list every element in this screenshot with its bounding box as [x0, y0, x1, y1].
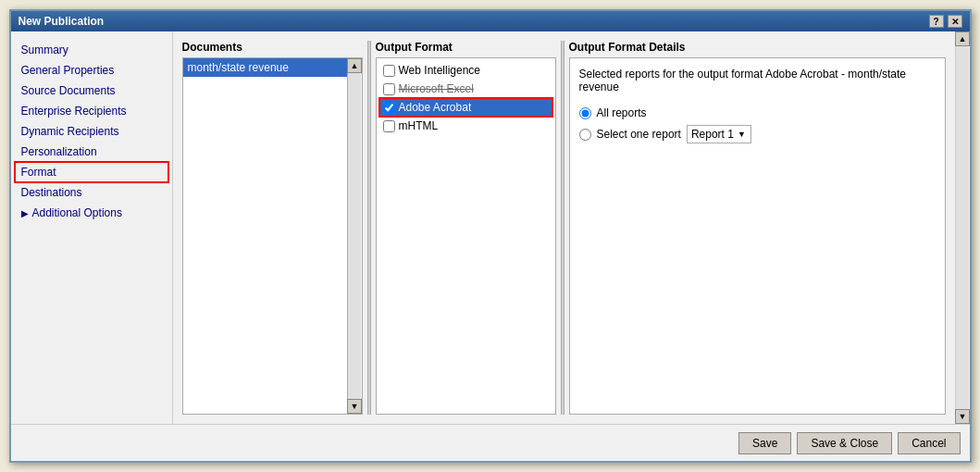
output-format-details-box: Selected reports for the output format A… [569, 57, 946, 415]
sidebar-item-additional-options[interactable]: ▶Additional Options [16, 204, 167, 222]
radio-row-all-reports: All reports [579, 106, 936, 119]
scroll-up-btn[interactable]: ▲ [347, 58, 362, 73]
dialog-title: New Publication [19, 15, 105, 28]
format-label-adobe-acrobat: Adobe Acrobat [399, 101, 472, 114]
report-dropdown[interactable]: Report 1 ▼ [687, 125, 751, 143]
format-checkbox-mhtml[interactable] [383, 120, 395, 132]
radio-label-select-one: Select one report [597, 128, 681, 141]
sidebar: SummaryGeneral PropertiesSource Document… [11, 31, 173, 424]
dialog-titlebar: New Publication ? ✕ [11, 11, 970, 31]
sidebar-item-format[interactable]: Format [16, 163, 167, 181]
panels-row: Documents month/state revenue ▲ ▼ [182, 41, 946, 415]
output-format-details-description: Selected reports for the output format A… [579, 68, 936, 93]
sidebar-item-summary[interactable]: Summary [16, 41, 167, 59]
arrow-icon: ▶ [21, 208, 29, 218]
sidebar-item-personalization[interactable]: Personalization [16, 143, 167, 161]
output-format-list: Web Intelligence Microsoft Excel Adobe A… [376, 57, 556, 415]
report-dropdown-value: Report 1 [691, 128, 734, 141]
right-scroll-down[interactable]: ▼ [955, 409, 970, 424]
sidebar-item-destinations[interactable]: Destinations [16, 183, 167, 202]
format-label-web-intelligence: Web Intelligence [399, 64, 481, 77]
cancel-button[interactable]: Cancel [898, 432, 960, 454]
format-checkbox-adobe-acrobat[interactable] [383, 102, 395, 114]
new-publication-dialog: New Publication ? ✕ SummaryGeneral Prope… [9, 9, 972, 463]
sidebar-item-general-properties[interactable]: General Properties [16, 61, 167, 80]
documents-panel-label: Documents [182, 41, 363, 54]
scroll-track [348, 73, 361, 399]
format-checkbox-web-intelligence[interactable] [383, 65, 395, 77]
radio-row-select-one: Select one report Report 1 ▼ [579, 125, 936, 143]
divider-1 [367, 41, 371, 415]
radio-label-all-reports: All reports [597, 106, 647, 119]
sidebar-item-enterprise-recipients[interactable]: Enterprise Recipients [16, 102, 167, 120]
divider-2 [561, 41, 564, 415]
format-checkbox-microsoft-excel[interactable] [383, 83, 395, 95]
save-button[interactable]: Save [738, 432, 791, 454]
sidebar-item-dynamic-recipients[interactable]: Dynamic Recipients [16, 122, 167, 141]
close-button[interactable]: ✕ [948, 15, 962, 28]
scroll-down-btn[interactable]: ▼ [347, 399, 362, 414]
documents-panel: Documents month/state revenue ▲ ▼ [182, 41, 363, 415]
radio-all-reports[interactable] [579, 107, 591, 119]
sidebar-item-source-documents[interactable]: Source Documents [16, 81, 167, 100]
documents-scrollbar: ▲ ▼ [347, 58, 362, 414]
titlebar-controls: ? ✕ [929, 15, 962, 28]
right-scrollbar: ▲ ▼ [955, 31, 970, 424]
radio-select-one-report[interactable] [579, 129, 591, 141]
format-item-web-intelligence[interactable]: Web Intelligence [380, 62, 552, 79]
document-item-month-state-revenue[interactable]: month/state revenue [183, 58, 362, 77]
dialog-body: SummaryGeneral PropertiesSource Document… [11, 31, 970, 424]
right-scroll-up[interactable]: ▲ [955, 31, 970, 46]
documents-list-inner: month/state revenue [183, 58, 362, 414]
format-item-mhtml[interactable]: mHTML [380, 118, 552, 134]
output-format-details-panel: Output Format Details Selected reports f… [569, 41, 946, 415]
output-format-details-label: Output Format Details [569, 41, 946, 54]
dropdown-arrow-icon: ▼ [738, 130, 746, 139]
radio-group: All reports Select one report Report 1 ▼ [579, 106, 936, 143]
format-item-microsoft-excel[interactable]: Microsoft Excel [380, 81, 552, 97]
format-label-mhtml: mHTML [399, 119, 439, 132]
format-item-adobe-acrobat[interactable]: Adobe Acrobat [380, 99, 552, 116]
main-content: Documents month/state revenue ▲ ▼ [173, 31, 955, 424]
output-format-panel-label: Output Format [376, 41, 556, 54]
dialog-footer: Save Save & Close Cancel [11, 424, 970, 461]
output-format-panel: Output Format Web Intelligence Microsoft… [376, 41, 556, 415]
save-close-button[interactable]: Save & Close [797, 432, 892, 454]
help-button[interactable]: ? [929, 15, 944, 28]
right-scroll-track [956, 46, 969, 409]
documents-list-box: month/state revenue ▲ ▼ [182, 57, 363, 415]
format-label-microsoft-excel: Microsoft Excel [399, 82, 474, 95]
